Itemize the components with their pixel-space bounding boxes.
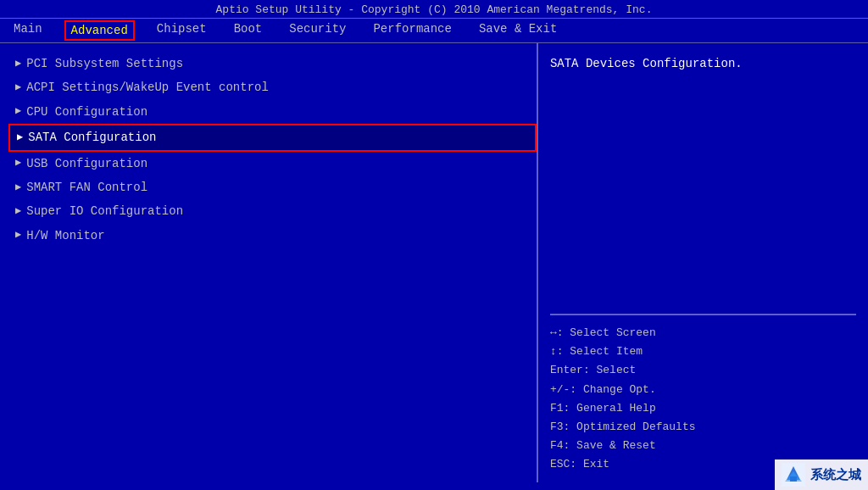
left-item-hw-monitor[interactable]: ▶H/W Monitor — [8, 224, 537, 248]
item-label: USB Configuration — [26, 154, 147, 173]
title-bar: Aptio Setup Utility - Copyright (C) 2010… — [0, 0, 868, 18]
left-item-super-io-configuration[interactable]: ▶Super IO Configuration — [8, 199, 537, 223]
left-item-sata-configuration[interactable]: ▶SATA Configuration — [8, 124, 537, 151]
key-help-line: ↕: Select Item — [550, 342, 856, 361]
left-panel: ▶PCI Subsystem Settings▶ACPI Settings/Wa… — [0, 43, 538, 482]
menu-item-security[interactable]: Security — [284, 20, 351, 41]
arrow-icon: ▶ — [17, 130, 23, 146]
menu-bar: MainAdvancedChipsetBootSecurityPerforman… — [0, 18, 868, 43]
item-label: ACPI Settings/WakeUp Event control — [26, 78, 269, 97]
arrow-icon: ▶ — [15, 155, 21, 171]
menu-item-boot[interactable]: Boot — [229, 20, 268, 41]
left-item-usb-configuration[interactable]: ▶USB Configuration — [8, 152, 537, 175]
arrow-icon: ▶ — [15, 227, 21, 243]
key-help-line: F3: Optimized Defaults — [550, 418, 856, 437]
help-text: SATA Devices Configuration. — [550, 52, 856, 73]
arrow-icon: ▶ — [15, 103, 21, 120]
key-help-line: +/-: Change Opt. — [550, 381, 856, 399]
watermark-text: 系统之城 — [810, 467, 861, 483]
menu-item-advanced[interactable]: Advanced — [64, 20, 135, 41]
arrow-icon: ▶ — [15, 180, 21, 196]
key-help-line: F4: Save & Reset — [550, 437, 856, 455]
menu-item-main[interactable]: Main — [8, 20, 47, 41]
key-help-line: F1: General Help — [550, 399, 856, 418]
title-text: Aptio Setup Utility - Copyright (C) 2010… — [216, 3, 653, 16]
arrow-icon: ▶ — [15, 80, 21, 96]
left-item-acpi-settingswakeup-event-control[interactable]: ▶ACPI Settings/WakeUp Event control — [8, 75, 537, 99]
key-help: ↔: Select Screen↕: Select ItemEnter: Sel… — [550, 314, 856, 474]
item-label: CPU Configuration — [26, 103, 147, 121]
item-label: SMART FAN Control — [26, 178, 147, 197]
left-item-pci-subsystem-settings[interactable]: ▶PCI Subsystem Settings — [8, 52, 537, 75]
item-label: SATA Configuration — [28, 128, 156, 147]
left-item-smart-fan-control[interactable]: ▶SMART FAN Control — [8, 175, 537, 199]
item-label: PCI Subsystem Settings — [26, 54, 183, 73]
left-item-cpu-configuration[interactable]: ▶CPU Configuration — [8, 100, 537, 124]
arrow-icon: ▶ — [15, 203, 21, 220]
menu-item-chipset[interactable]: Chipset — [152, 20, 212, 41]
watermark-icon — [782, 463, 805, 487]
item-label: H/W Monitor — [26, 226, 104, 245]
key-help-line: ↔: Select Screen — [550, 324, 856, 342]
arrow-icon: ▶ — [15, 56, 21, 72]
watermark: 系统之城 — [775, 459, 868, 490]
main-content: ▶PCI Subsystem Settings▶ACPI Settings/Wa… — [0, 43, 868, 482]
key-help-line: Enter: Select — [550, 361, 856, 380]
menu-item-performance[interactable]: Performance — [368, 20, 456, 41]
menu-item-save--exit[interactable]: Save & Exit — [474, 20, 562, 41]
item-label: Super IO Configuration — [26, 202, 183, 220]
right-panel: SATA Devices Configuration. ↔: Select Sc… — [538, 43, 868, 482]
